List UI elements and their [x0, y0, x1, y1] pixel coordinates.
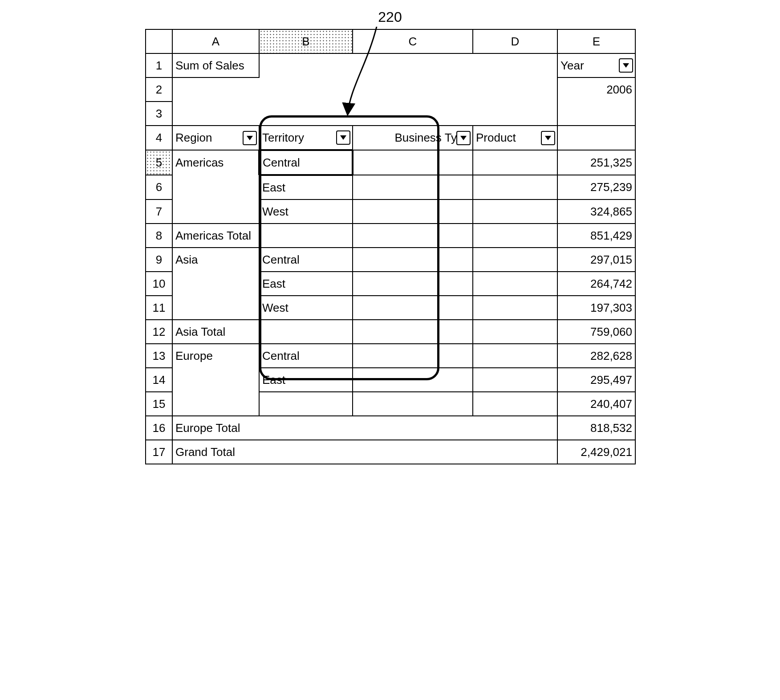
dropdown-icon[interactable] — [619, 58, 633, 73]
row-3-header[interactable]: 3 — [146, 102, 172, 126]
cell-e12[interactable]: 759,060 — [557, 320, 635, 344]
row-4-header[interactable]: 4 — [146, 126, 172, 150]
col-b-header[interactable]: B — [259, 29, 353, 53]
row-9-header[interactable]: 9 — [146, 248, 172, 272]
cell-a1[interactable]: Sum of Sales — [172, 53, 259, 77]
cell-b5[interactable]: Central — [259, 150, 353, 175]
region-field[interactable]: Region — [172, 126, 259, 150]
cell-b6[interactable]: East — [259, 175, 353, 199]
cell-b7[interactable]: West — [259, 199, 353, 224]
cell-e14[interactable]: 295,497 — [557, 368, 635, 392]
cell-e13[interactable]: 282,628 — [557, 344, 635, 368]
col-c-header[interactable]: C — [353, 29, 473, 53]
cell-e17[interactable]: 2,429,021 — [557, 440, 635, 464]
cell-e6[interactable]: 275,239 — [557, 175, 635, 199]
row-14-header[interactable]: 14 — [146, 368, 172, 392]
row-10-header[interactable]: 10 — [146, 272, 172, 296]
cell-e8[interactable]: 851,429 — [557, 224, 635, 248]
cell-b9[interactable]: Central — [259, 248, 353, 272]
dropdown-icon[interactable] — [243, 131, 257, 145]
cell-b1d1[interactable] — [259, 53, 557, 77]
cell-a14[interactable] — [172, 368, 259, 392]
row-2-header[interactable]: 2 — [146, 77, 172, 102]
row-8-header[interactable]: 8 — [146, 224, 172, 248]
cell-e7[interactable]: 324,865 — [557, 199, 635, 224]
row-11-header[interactable]: 11 — [146, 296, 172, 320]
cell-a3d3[interactable] — [172, 102, 557, 126]
cell-b14[interactable]: East — [259, 368, 353, 392]
row-17-header[interactable]: 17 — [146, 440, 172, 464]
dropdown-icon[interactable] — [336, 130, 350, 145]
cell-c14[interactable] — [353, 368, 473, 392]
cell-e9[interactable]: 297,015 — [557, 248, 635, 272]
row-6-header[interactable]: 6 — [146, 175, 172, 199]
cell-a16[interactable]: Europe Total — [172, 416, 557, 440]
cell-c5[interactable] — [353, 150, 473, 175]
cell-d6[interactable] — [473, 175, 557, 199]
cell-a5[interactable]: Americas — [172, 150, 259, 175]
cell-d7[interactable] — [473, 199, 557, 224]
cell-a6[interactable] — [172, 175, 259, 199]
cell-d10[interactable] — [473, 272, 557, 296]
cell-d9[interactable] — [473, 248, 557, 272]
cell-a15[interactable] — [172, 392, 259, 416]
row-13-header[interactable]: 13 — [146, 344, 172, 368]
year-filter[interactable]: Year — [557, 53, 635, 77]
cell-c6[interactable] — [353, 175, 473, 199]
cell-c11[interactable] — [353, 296, 473, 320]
territory-field-label: Territory — [262, 131, 304, 144]
cell-b12[interactable] — [259, 320, 353, 344]
row-1-header[interactable]: 1 — [146, 53, 172, 77]
cell-a7[interactable] — [172, 199, 259, 224]
cell-e16[interactable]: 818,532 — [557, 416, 635, 440]
cell-c9[interactable] — [353, 248, 473, 272]
dropdown-icon[interactable] — [456, 131, 471, 145]
cell-a12[interactable]: Asia Total — [172, 320, 259, 344]
cell-b10[interactable]: East — [259, 272, 353, 296]
cell-c10[interactable] — [353, 272, 473, 296]
row-7-header[interactable]: 7 — [146, 199, 172, 224]
cell-e2[interactable]: 2006 — [557, 77, 635, 102]
cell-d15[interactable] — [473, 392, 557, 416]
dropdown-icon[interactable] — [541, 131, 555, 145]
cell-d14[interactable] — [473, 368, 557, 392]
row-15-header[interactable]: 15 — [146, 392, 172, 416]
cell-d8[interactable] — [473, 224, 557, 248]
cell-e5[interactable]: 251,325 — [557, 150, 635, 175]
cell-d12[interactable] — [473, 320, 557, 344]
cell-a9[interactable]: Asia — [172, 248, 259, 272]
business-type-field[interactable]: Business Type — [353, 126, 473, 150]
cell-a13[interactable]: Europe — [172, 344, 259, 368]
cell-a11[interactable] — [172, 296, 259, 320]
cell-d5[interactable] — [473, 150, 557, 175]
cell-c15[interactable] — [353, 392, 473, 416]
cell-a2d2[interactable] — [172, 77, 557, 102]
cell-b8[interactable] — [259, 224, 353, 248]
cell-b11[interactable]: West — [259, 296, 353, 320]
row-16-header[interactable]: 16 — [146, 416, 172, 440]
cell-d11[interactable] — [473, 296, 557, 320]
product-field[interactable]: Product — [473, 126, 557, 150]
cell-b15[interactable] — [259, 392, 353, 416]
cell-e10[interactable]: 264,742 — [557, 272, 635, 296]
cell-d13[interactable] — [473, 344, 557, 368]
cell-c8[interactable] — [353, 224, 473, 248]
cell-c7[interactable] — [353, 199, 473, 224]
row-5-header[interactable]: 5 — [146, 150, 172, 175]
cell-a17[interactable]: Grand Total — [172, 440, 557, 464]
product-field-label: Product — [476, 131, 516, 144]
territory-field[interactable]: Territory — [259, 126, 353, 150]
col-a-header[interactable]: A — [172, 29, 259, 53]
cell-a10[interactable] — [172, 272, 259, 296]
row-12-header[interactable]: 12 — [146, 320, 172, 344]
cell-a8[interactable]: Americas Total — [172, 224, 259, 248]
cell-e15[interactable]: 240,407 — [557, 392, 635, 416]
col-e-header[interactable]: E — [557, 29, 635, 53]
cell-e11[interactable]: 197,303 — [557, 296, 635, 320]
cell-c13[interactable] — [353, 344, 473, 368]
cell-c12[interactable] — [353, 320, 473, 344]
cell-e4[interactable] — [557, 126, 635, 150]
cell-b13[interactable]: Central — [259, 344, 353, 368]
col-d-header[interactable]: D — [473, 29, 557, 53]
cell-e3[interactable] — [557, 102, 635, 126]
